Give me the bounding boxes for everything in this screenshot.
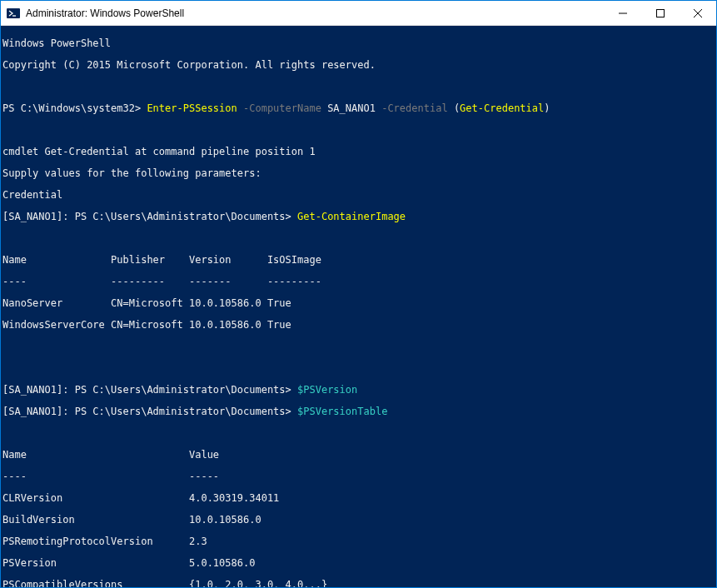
command-line: [SA_NANO1]: PS C:\Users\Administrator\Do… bbox=[2, 406, 715, 417]
table-header: Name Value bbox=[2, 450, 715, 461]
output-line: Supply values for the following paramete… bbox=[2, 168, 715, 179]
output-line: Credential bbox=[2, 190, 715, 201]
window-title: Administrator: Windows PowerShell bbox=[26, 7, 604, 19]
titlebar: Administrator: Windows PowerShell bbox=[1, 1, 716, 26]
table-row: BuildVersion 10.0.10586.0 bbox=[2, 515, 715, 526]
table-row: PSCompatibleVersions {1.0, 2.0, 3.0, 4.0… bbox=[2, 580, 715, 587]
output-line: cmdlet Get-Credential at command pipelin… bbox=[2, 147, 715, 157]
minimize-button[interactable] bbox=[604, 1, 641, 25]
banner-line: Windows PowerShell bbox=[2, 38, 715, 49]
powershell-window: Administrator: Windows PowerShell Window… bbox=[0, 0, 717, 588]
terminal-area[interactable]: Windows PowerShell Copyright (C) 2015 Mi… bbox=[1, 26, 716, 587]
table-header: Name Publisher Version IsOSImage bbox=[2, 255, 715, 266]
table-row: PSVersion 5.0.10586.0 bbox=[2, 558, 715, 569]
table-row: CLRVersion 4.0.30319.34011 bbox=[2, 493, 715, 504]
command-line: PS C:\Windows\system32> Enter-PSSession … bbox=[2, 103, 715, 114]
table-sep: ---- --------- ------- --------- bbox=[2, 277, 715, 287]
table-row: PSRemotingProtocolVersion 2.3 bbox=[2, 536, 715, 547]
powershell-icon bbox=[6, 6, 21, 21]
command-line: [SA_NANO1]: PS C:\Users\Administrator\Do… bbox=[2, 385, 715, 396]
table-row: WindowsServerCore CN=Microsoft 10.0.1058… bbox=[2, 320, 715, 331]
table-sep: ---- ----- bbox=[2, 471, 715, 482]
command-line: [SA_NANO1]: PS C:\Users\Administrator\Do… bbox=[2, 212, 715, 222]
banner-line: Copyright (C) 2015 Microsoft Corporation… bbox=[2, 60, 715, 71]
close-button[interactable] bbox=[679, 1, 716, 25]
window-controls bbox=[604, 1, 716, 25]
table-row: NanoServer CN=Microsoft 10.0.10586.0 Tru… bbox=[2, 298, 715, 309]
svg-rect-3 bbox=[656, 9, 664, 17]
maximize-button[interactable] bbox=[641, 1, 679, 25]
